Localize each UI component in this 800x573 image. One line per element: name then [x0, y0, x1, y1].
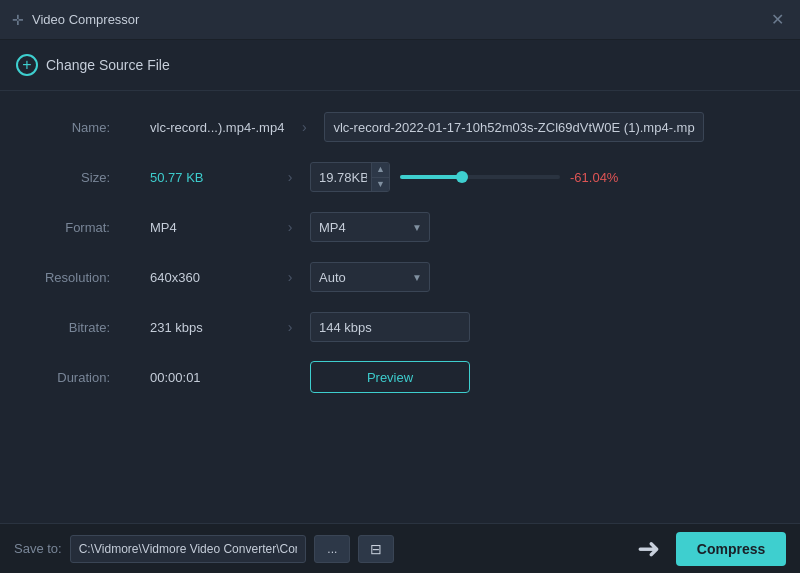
- size-source-value: 50.77 KB: [150, 170, 270, 185]
- size-spin-up[interactable]: ▲: [372, 163, 389, 178]
- save-path-input[interactable]: [70, 535, 307, 563]
- size-spin-buttons: ▲ ▼: [371, 163, 389, 191]
- action-bar: + Change Source File: [0, 40, 800, 91]
- name-target-input[interactable]: [324, 112, 704, 142]
- size-slider-area: -61.04%: [400, 170, 770, 185]
- folder-icon: ⊟: [370, 541, 382, 557]
- close-button[interactable]: ✕: [767, 10, 788, 30]
- folder-button[interactable]: ⊟: [358, 535, 394, 563]
- size-spin-down[interactable]: ▼: [372, 178, 389, 192]
- name-row: Name: vlc-record...).mp4-.mp4 ›: [30, 111, 770, 143]
- bitrate-arrow-icon: ›: [288, 319, 293, 335]
- change-source-label: Change Source File: [46, 57, 170, 73]
- preview-button[interactable]: Preview: [310, 361, 470, 393]
- size-percent-label: -61.04%: [570, 170, 630, 185]
- resolution-select[interactable]: Auto 640x360 1280x720 1920x1080: [310, 262, 430, 292]
- title-bar: ✛ Video Compressor ✕: [0, 0, 800, 40]
- format-label: Format:: [30, 220, 110, 235]
- resolution-source-value: 640x360: [150, 270, 270, 285]
- move-icon: ✛: [12, 12, 24, 28]
- format-arrow-icon: ›: [288, 219, 293, 235]
- bitrate-row: Bitrate: 231 kbps ›: [30, 311, 770, 343]
- compress-button[interactable]: Compress: [676, 532, 786, 566]
- duration-row: Duration: 00:00:01 Preview: [30, 361, 770, 393]
- duration-label: Duration:: [30, 370, 110, 385]
- format-select-wrap: MP4 AVI MKV MOV ▼: [310, 212, 430, 242]
- change-source-button[interactable]: + Change Source File: [16, 54, 170, 76]
- resolution-label: Resolution:: [30, 270, 110, 285]
- save-to-label: Save to:: [14, 541, 62, 556]
- format-row: Format: MP4 › MP4 AVI MKV MOV ▼: [30, 211, 770, 243]
- size-slider-thumb[interactable]: [456, 171, 468, 183]
- bottom-bar: Save to: ... ⊟ ➜ Compress: [0, 523, 800, 573]
- name-source-value: vlc-record...).mp4-.mp4: [150, 120, 284, 135]
- resolution-select-wrap: Auto 640x360 1280x720 1920x1080 ▼: [310, 262, 430, 292]
- duration-source-value: 00:00:01: [150, 370, 270, 385]
- bitrate-label: Bitrate:: [30, 320, 110, 335]
- resolution-row: Resolution: 640x360 › Auto 640x360 1280x…: [30, 261, 770, 293]
- add-circle-icon: +: [16, 54, 38, 76]
- dots-button[interactable]: ...: [314, 535, 350, 563]
- bitrate-source-value: 231 kbps: [150, 320, 270, 335]
- app-title: Video Compressor: [32, 12, 139, 27]
- size-arrow-icon: ›: [288, 169, 293, 185]
- format-source-value: MP4: [150, 220, 270, 235]
- compress-arrow-icon: ➜: [637, 532, 660, 565]
- size-slider-fill: [400, 175, 462, 179]
- size-row: Size: 50.77 KB › ▲ ▼ -61.04%: [30, 161, 770, 193]
- format-select[interactable]: MP4 AVI MKV MOV: [310, 212, 430, 242]
- name-label: Name:: [30, 120, 110, 135]
- bitrate-target-input[interactable]: [310, 312, 470, 342]
- size-spin-wrap: ▲ ▼: [310, 162, 390, 192]
- size-slider-track[interactable]: [400, 175, 560, 179]
- resolution-arrow-icon: ›: [288, 269, 293, 285]
- main-content: Name: vlc-record...).mp4-.mp4 › Size: 50…: [0, 91, 800, 431]
- size-label: Size:: [30, 170, 110, 185]
- title-bar-left: ✛ Video Compressor: [12, 12, 139, 28]
- name-arrow-icon: ›: [302, 119, 307, 135]
